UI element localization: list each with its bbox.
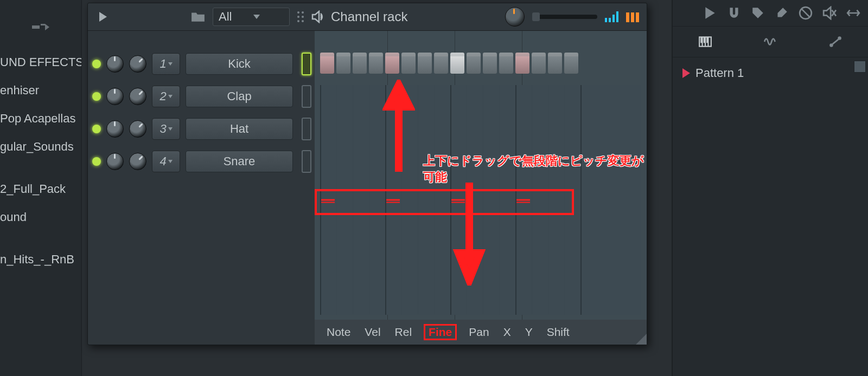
picker-toolbar <box>673 0 868 27</box>
brush-icon[interactable] <box>775 6 789 20</box>
fine-pitch-marker[interactable] <box>516 199 530 201</box>
folder-icon[interactable] <box>191 11 205 23</box>
channel-rack-header: All Channel rack <box>88 3 647 31</box>
browser-item[interactable]: n_Hits_-_RnB <box>0 251 81 268</box>
channel-select-slot[interactable] <box>302 53 311 75</box>
resize-grip-icon[interactable] <box>636 334 647 345</box>
play-button[interactable] <box>95 9 111 24</box>
fine-pitch-marker[interactable] <box>321 199 335 201</box>
step-button[interactable] <box>434 53 448 74</box>
graph-tab-y[interactable]: Y <box>523 325 535 340</box>
step-button[interactable] <box>483 53 497 74</box>
channel-select-slot[interactable] <box>302 85 311 108</box>
browser-item[interactable]: ound <box>0 209 81 225</box>
channel-mixer-track[interactable]: 1 <box>152 53 180 75</box>
step-button[interactable] <box>532 53 546 74</box>
browser-item[interactable]: 2_Full_Pack <box>0 181 81 197</box>
channel-volume-knob[interactable] <box>129 55 146 73</box>
channel-mixer-track[interactable]: 4 <box>152 151 180 172</box>
browser-item[interactable]: Pop Acapellas <box>0 111 81 127</box>
stretch-icon[interactable] <box>846 6 860 20</box>
channel-pan-knob[interactable] <box>106 120 124 138</box>
step-button[interactable] <box>320 53 334 74</box>
fine-pitch-marker[interactable] <box>386 199 400 201</box>
graph-tab-pan[interactable]: Pan <box>467 325 491 340</box>
picker-tabs <box>673 27 868 57</box>
browser-item[interactable] <box>0 167 81 169</box>
menu-dots-icon[interactable] <box>297 11 304 22</box>
channel-volume-knob[interactable] <box>129 88 146 105</box>
channel-button[interactable]: Hat <box>186 118 293 140</box>
channel-volume-knob[interactable] <box>129 153 146 170</box>
channel-mixer-track[interactable]: 3 <box>152 118 180 140</box>
fine-pitch-marker[interactable] <box>451 199 465 201</box>
channel-mixer-track[interactable]: 2 <box>152 86 180 107</box>
channel-pan-knob[interactable] <box>106 153 124 170</box>
annotation-text: 上下にドラッグで無段階にピッチ変更が可能 <box>423 153 647 185</box>
step-button[interactable] <box>548 53 562 74</box>
browser-item[interactable]: enhiser <box>0 82 81 99</box>
channel-button[interactable]: Snare <box>186 151 293 172</box>
channel-button[interactable]: Clap <box>186 86 293 107</box>
channel-filter-dropdown[interactable]: All <box>213 8 290 26</box>
step-button[interactable] <box>499 53 513 74</box>
piano-icon[interactable] <box>698 35 712 49</box>
channel-rack-window: All Channel rack <box>87 3 647 345</box>
browser-item[interactable] <box>0 237 81 239</box>
channel-select-slot[interactable] <box>302 150 311 173</box>
step-button[interactable] <box>353 53 367 74</box>
swing-slider[interactable] <box>532 15 597 19</box>
graph-tab-fine[interactable]: Fine <box>424 324 457 340</box>
window-title: Channel rack <box>311 9 407 24</box>
step-button[interactable] <box>450 53 464 74</box>
step-row <box>320 53 578 74</box>
automation-icon[interactable] <box>828 35 843 49</box>
channel-pan-knob[interactable] <box>106 88 124 105</box>
graph-editor[interactable] <box>320 85 641 315</box>
pattern-item[interactable]: Pattern 1 <box>679 64 861 82</box>
browser-list[interactable]: UND EFFECTSenhiserPop Acapellasgular_Sou… <box>0 54 81 376</box>
app-root: UND EFFECTSenhiserPop Acapellasgular_Sou… <box>0 0 868 376</box>
step-button[interactable] <box>336 53 350 74</box>
picker-body: Pattern 1 <box>673 57 868 376</box>
step-button[interactable] <box>564 53 578 74</box>
step-button[interactable] <box>467 53 481 74</box>
step-button[interactable] <box>515 53 529 74</box>
meter-icon[interactable] <box>605 11 618 22</box>
step-button[interactable] <box>369 53 383 74</box>
mute-icon[interactable] <box>822 6 837 20</box>
magnet-icon[interactable] <box>727 6 741 20</box>
channel-row: 1Kick <box>92 53 293 75</box>
graph-tab-vel[interactable]: Vel <box>362 325 382 340</box>
graph-tab-rel[interactable]: Rel <box>393 325 414 340</box>
channel-mute-led[interactable] <box>92 92 101 101</box>
plugin-input-icon <box>30 19 52 35</box>
options-icon[interactable] <box>626 11 639 22</box>
no-entry-icon[interactable] <box>799 6 813 20</box>
browser-item[interactable]: UND EFFECTS <box>0 54 81 70</box>
channel-strip-column: 1Kick2Clap3Hat4Snare <box>88 31 298 345</box>
channel-mute-led[interactable] <box>92 60 101 68</box>
channel-volume-knob[interactable] <box>129 120 146 138</box>
channel-pan-knob[interactable] <box>106 55 124 73</box>
play-small-icon[interactable] <box>703 6 717 20</box>
channel-mute-led[interactable] <box>92 157 101 166</box>
channel-mute-led[interactable] <box>92 125 101 133</box>
channel-select-column <box>298 31 315 345</box>
swing-knob[interactable] <box>505 7 525 27</box>
step-button[interactable] <box>385 53 399 74</box>
channel-button[interactable]: Kick <box>186 53 293 75</box>
step-button[interactable] <box>401 53 416 74</box>
picker-panel: Pattern 1 <box>672 0 868 376</box>
graph-tab-note[interactable]: Note <box>324 325 353 340</box>
picker-minimize-button[interactable] <box>854 61 866 73</box>
graph-tab-shift[interactable]: Shift <box>545 325 572 340</box>
audio-icon[interactable] <box>763 35 777 49</box>
channel-select-slot[interactable] <box>302 118 311 140</box>
browser-item[interactable]: gular_Sounds <box>0 139 81 155</box>
channel-row: 2Clap <box>92 85 293 108</box>
tag-icon[interactable] <box>751 6 765 20</box>
graph-tab-x[interactable]: X <box>501 325 513 340</box>
step-button[interactable] <box>418 53 432 74</box>
graph-tabs: NoteVelRelFinePanXYShift <box>315 320 647 345</box>
